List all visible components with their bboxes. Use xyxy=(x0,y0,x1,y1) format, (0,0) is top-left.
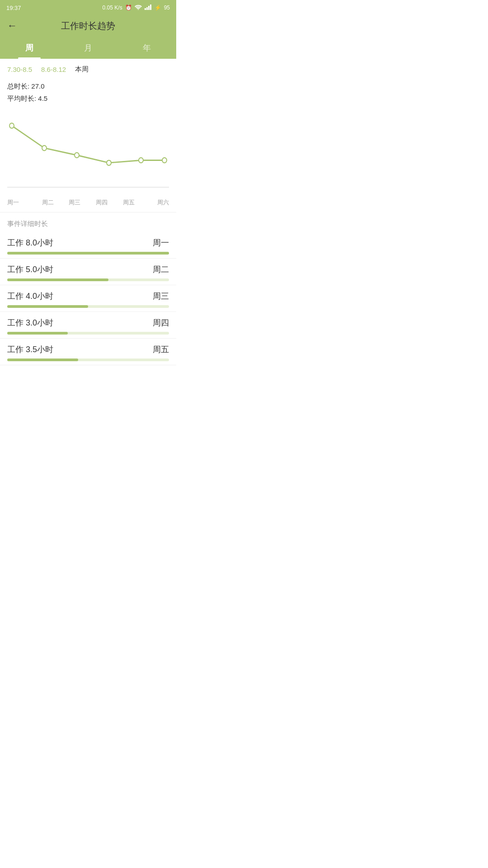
line-chart xyxy=(0,109,176,197)
detail-item-2: 工作 4.0小时 周三 xyxy=(0,285,176,312)
progress-bg-3 xyxy=(7,332,169,335)
tab-bar: 周 月 年 xyxy=(0,38,176,59)
svg-rect-3 xyxy=(148,6,150,10)
progress-bg-0 xyxy=(7,252,169,255)
x-label-0: 周一 xyxy=(7,198,34,207)
detail-item-4: 工作 3.5小时 周五 xyxy=(0,339,176,365)
detail-item-1: 工作 5.0小时 周二 xyxy=(0,259,176,285)
page-title: 工作时长趋势 xyxy=(61,20,115,32)
total-duration: 总时长: 27.0 xyxy=(7,80,169,92)
back-button[interactable]: ← xyxy=(7,20,17,32)
x-axis-labels: 周一 周二 周三 周四 周五 周六 xyxy=(0,197,176,207)
charging-icon: ⚡ xyxy=(155,5,161,11)
detail-item-3: 工作 3.0小时 周四 xyxy=(0,312,176,339)
svg-rect-1 xyxy=(145,8,146,10)
chart-point-0 xyxy=(9,123,14,128)
detail-day-3: 周四 xyxy=(153,317,169,328)
status-bar: 19:37 0.05 K/s ⏰ ⚡ 95 xyxy=(0,0,176,15)
chart-point-5 xyxy=(162,158,167,163)
detail-day-0: 周一 xyxy=(153,237,169,248)
progress-fill-2 xyxy=(7,305,88,308)
week-selector: 7.30-8.5 8.6-8.12 本周 xyxy=(0,59,176,77)
chart-point-2 xyxy=(75,153,79,158)
battery-level: 95 xyxy=(164,5,170,11)
x-label-5: 周六 xyxy=(142,198,169,207)
x-label-3: 周四 xyxy=(88,198,115,207)
chart-svg xyxy=(7,113,169,195)
detail-day-4: 周五 xyxy=(153,344,169,355)
week-item-0[interactable]: 7.30-8.5 xyxy=(7,66,32,73)
detail-day-1: 周二 xyxy=(153,264,169,275)
svg-point-0 xyxy=(138,9,139,10)
avg-duration: 平均时长: 4.5 xyxy=(7,92,169,104)
clock-icon: ⏰ xyxy=(125,5,132,11)
detail-label-2: 工作 4.0小时 xyxy=(7,291,53,302)
svg-rect-4 xyxy=(150,5,151,10)
header: ← 工作时长趋势 xyxy=(0,15,176,38)
detail-label-3: 工作 3.0小时 xyxy=(7,317,53,328)
detail-day-2: 周三 xyxy=(153,291,169,302)
detail-label-1: 工作 5.0小时 xyxy=(7,264,53,275)
week-item-current[interactable]: 本周 xyxy=(75,65,89,74)
detail-item-0: 工作 8.0小时 周一 xyxy=(0,232,176,259)
progress-bg-2 xyxy=(7,305,169,308)
progress-bg-4 xyxy=(7,359,169,361)
chart-point-3 xyxy=(107,160,111,165)
status-right: 0.05 K/s ⏰ ⚡ 95 xyxy=(103,5,170,11)
week-item-1[interactable]: 8.6-8.12 xyxy=(41,66,66,73)
progress-bg-1 xyxy=(7,278,169,281)
stats-section: 总时长: 27.0 平均时长: 4.5 xyxy=(0,77,176,109)
chart-point-4 xyxy=(139,158,143,163)
wifi-icon xyxy=(135,5,142,11)
detail-label-4: 工作 3.5小时 xyxy=(7,344,53,355)
signal-icon xyxy=(145,5,152,11)
progress-fill-3 xyxy=(7,332,68,335)
network-speed: 0.05 K/s xyxy=(103,5,122,11)
tab-month[interactable]: 月 xyxy=(59,38,117,59)
chart-point-1 xyxy=(42,146,47,151)
tab-year[interactable]: 年 xyxy=(117,38,176,59)
x-label-1: 周二 xyxy=(34,198,61,207)
x-label-4: 周五 xyxy=(115,198,142,207)
progress-fill-4 xyxy=(7,359,78,361)
detail-label-0: 工作 8.0小时 xyxy=(7,237,53,248)
tab-week[interactable]: 周 xyxy=(0,38,59,59)
x-label-2: 周三 xyxy=(61,198,88,207)
progress-fill-1 xyxy=(7,278,108,281)
detail-section-header: 事件详细时长 xyxy=(0,212,176,232)
svg-rect-2 xyxy=(146,7,148,10)
status-time: 19:37 xyxy=(6,5,21,11)
progress-fill-0 xyxy=(7,252,169,255)
